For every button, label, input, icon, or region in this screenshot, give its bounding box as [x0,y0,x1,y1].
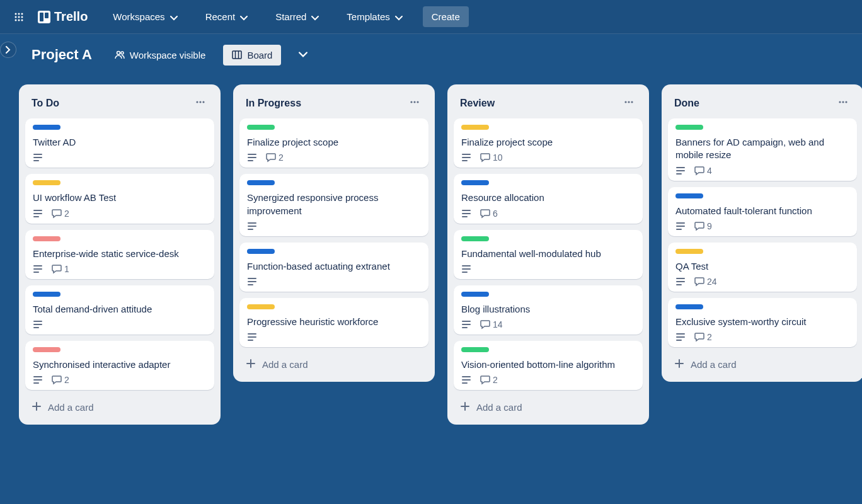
card[interactable]: Finalize project scope2 [239,118,428,168]
card[interactable]: Banners for AD campaign, web and mobile … [668,118,857,181]
card[interactable]: Function-based actuating extranet [239,243,428,292]
list-menu-button[interactable] [836,94,851,112]
card-title: Finalize project scope [247,136,421,149]
card-label[interactable] [247,125,275,130]
description-icon [461,152,471,163]
visibility-button[interactable]: Workspace visible [108,46,212,64]
card-label[interactable] [675,304,703,309]
list-menu-button[interactable] [193,94,208,112]
card-title: Automated fault-tolerant function [675,205,849,217]
list: ReviewFinalize project scope10Resource a… [447,84,649,425]
card-label[interactable] [461,125,489,130]
card[interactable]: Progressive heuristic workforce [239,298,428,347]
card[interactable]: Vision-oriented bottom-line algorithm2 [454,341,643,390]
card[interactable]: Synchronised interactive adapter2 [25,341,214,390]
comments-badge: 14 [480,319,503,329]
card-badges: 2 [33,375,207,385]
card[interactable]: Total demand-driven attitude [25,285,214,335]
add-card-label: Add a card [476,402,522,413]
card-title: Finalize project scope [461,136,635,149]
board-canvas: To DoTwitter ADUI workflow AB Test2Enter… [0,76,862,433]
list: In ProgressFinalize project scope2Synerg… [233,84,435,382]
add-card-button[interactable]: Add a card [454,396,643,418]
card[interactable]: Finalize project scope10 [454,118,643,168]
card-badges [247,221,421,231]
card-badges [247,277,421,287]
card-badges: 2 [247,152,421,163]
card-label[interactable] [33,347,60,352]
card-badges: 24 [675,277,849,287]
card-badges: 2 [675,332,849,342]
card-label[interactable] [675,249,703,254]
nav-starred[interactable]: Starred [268,8,326,26]
card-label[interactable] [247,304,275,309]
card-badges [247,332,421,342]
nav-label: Starred [275,11,306,22]
apps-switcher-icon[interactable] [9,7,29,27]
card[interactable]: Blog illustrations14 [454,285,643,335]
create-button[interactable]: Create [423,6,469,27]
comments-count: 2 [64,209,69,219]
card[interactable]: Twitter AD [25,118,214,168]
plus-icon [460,401,470,413]
card[interactable]: Synergized responsive process improvemen… [239,174,428,236]
sidebar-expand-button[interactable] [0,42,16,58]
card-title: Enterprise-wide static service-desk [33,248,207,260]
view-switcher-dropdown[interactable] [292,44,314,66]
nav-templates[interactable]: Templates [339,8,410,26]
description-icon [247,332,257,342]
nav-workspaces[interactable]: Workspaces [105,8,185,26]
add-card-button[interactable]: Add a card [668,353,857,375]
comments-count: 10 [493,152,503,163]
card-label[interactable] [461,236,489,241]
card-label[interactable] [461,347,489,352]
card[interactable]: Resource allocation6 [454,174,643,223]
card-title: Vision-oriented bottom-line algorithm [461,358,635,371]
list-title[interactable]: Review [460,98,495,109]
card-label[interactable] [247,249,275,254]
comments-count: 9 [707,221,712,231]
topbar: Trello Workspaces Recent Starred Templat… [0,0,862,34]
card-label[interactable] [461,292,489,297]
list-title[interactable]: To Do [32,98,59,109]
card-title: Fundamental well-modulated hub [461,248,635,260]
trello-logo[interactable]: Trello [33,9,93,24]
card-label[interactable] [675,193,703,198]
card-label[interactable] [247,180,275,185]
card-title: Twitter AD [33,136,207,149]
card[interactable]: UI workflow AB Test2 [25,174,214,223]
card[interactable]: Exclusive system-worthy circuit2 [668,298,857,347]
list-header: In Progress [239,92,428,118]
board-title[interactable]: Project A [26,44,97,66]
add-card-button[interactable]: Add a card [25,396,214,418]
add-card-label: Add a card [691,359,737,370]
list-menu-button[interactable] [407,94,422,112]
card[interactable]: Automated fault-tolerant function9 [668,187,857,236]
card-badges [33,319,207,329]
nav-recent[interactable]: Recent [198,8,256,26]
list-menu-button[interactable] [621,94,636,112]
card-title: Synergized responsive process improvemen… [247,192,421,217]
card-label[interactable] [33,180,60,185]
card-badges: 2 [33,209,207,219]
card[interactable]: Fundamental well-modulated hub [454,230,643,279]
card-label[interactable] [33,292,60,297]
card-label[interactable] [33,125,60,130]
card[interactable]: Enterprise-wide static service-desk1 [25,230,214,279]
comments-badge: 2 [694,332,712,342]
card-label[interactable] [33,236,60,241]
list-title[interactable]: In Progress [246,98,301,109]
card-label[interactable] [675,125,703,130]
card-title: Exclusive system-worthy circuit [675,316,849,328]
add-card-label: Add a card [48,402,94,413]
list-title[interactable]: Done [674,98,699,109]
description-icon [675,221,686,231]
plus-icon [246,358,256,370]
description-icon [247,152,257,163]
card-label[interactable] [461,180,489,185]
add-card-button[interactable]: Add a card [239,353,428,375]
comments-count: 1 [64,264,69,274]
description-icon [461,375,471,385]
card[interactable]: QA Test24 [668,243,857,292]
board-view-button[interactable]: Board [223,45,281,66]
